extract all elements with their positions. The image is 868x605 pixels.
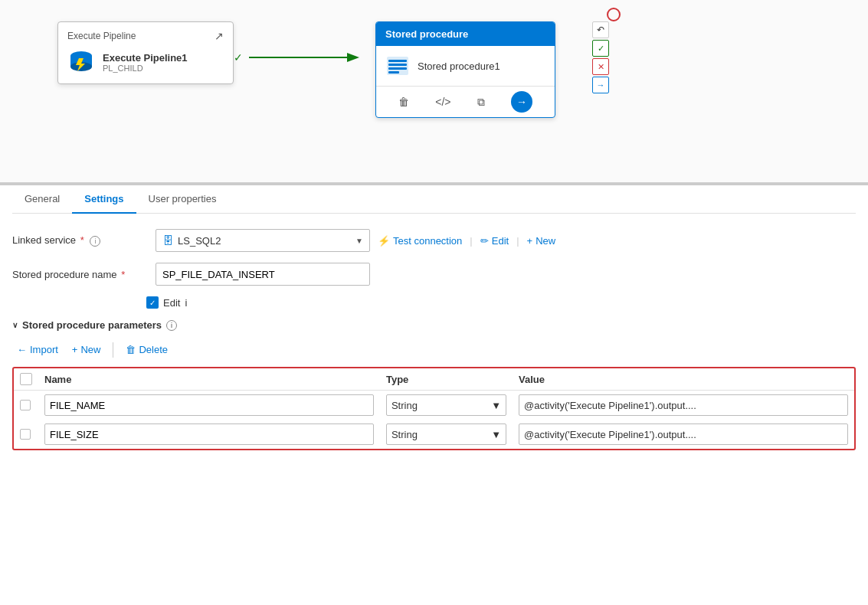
sp-params-label: Stored procedure parameters [22, 319, 162, 331]
linked-service-controls: 🗄 LS_SQL2 ▼ ⚡ Test connection | ✏ Edit |… [156, 229, 856, 252]
params-table: Name Type Value String [14, 368, 854, 449]
svg-rect-9 [388, 67, 407, 70]
row2-name-cell [38, 420, 380, 449]
edit-checkbox[interactable]: ✓ [146, 296, 159, 309]
edit-icon: ✏ [480, 235, 489, 247]
edit-checkbox-row: ✓ Edit i [146, 296, 856, 309]
sp-node-body: Stored procedure1 [376, 46, 555, 86]
tab-settings[interactable]: Settings [72, 185, 136, 214]
svg-rect-8 [388, 64, 407, 66]
row2-type-chevron: ▼ [491, 429, 501, 440]
pipeline-node-info: Execute Pipeline1 PL_CHILD [103, 52, 188, 73]
edit-info-icon[interactable]: i [185, 297, 187, 309]
sp-node-footer: 🗑 </> ⧉ → [376, 86, 555, 117]
row2-name-input[interactable] [44, 424, 374, 445]
chevron-icon[interactable]: ∨ [12, 321, 18, 329]
pipeline-node-name: Execute Pipeline1 [103, 52, 188, 64]
col-value-header: Value [513, 368, 854, 391]
linked-service-dropdown[interactable]: 🗄 LS_SQL2 ▼ [156, 229, 370, 252]
sp-name-row: Stored procedure name * [12, 263, 856, 286]
execute-pipeline-node[interactable]: Execute Pipeline ↗ Execute Pipeline1 PL_… [57, 21, 234, 84]
row1-name-input[interactable] [44, 394, 374, 416]
row1-type-chevron: ▼ [491, 400, 501, 411]
code-icon[interactable]: </> [435, 96, 450, 108]
import-button[interactable]: ← Import [12, 342, 63, 358]
svg-text:✓: ✓ [234, 51, 243, 64]
col-name-header: Name [38, 368, 380, 391]
delete-param-icon: 🗑 [126, 344, 136, 355]
header-checkbox[interactable] [20, 373, 32, 385]
sp-params-info-icon[interactable]: i [166, 320, 177, 331]
sp-name-input[interactable] [156, 263, 370, 286]
svg-rect-10 [388, 71, 399, 74]
tab-general[interactable]: General [12, 185, 72, 214]
db-icon: 🗄 [162, 234, 173, 247]
dropdown-chevron: ▼ [355, 237, 363, 245]
row1-name-cell [38, 391, 380, 420]
col-type-header: Type [380, 368, 513, 391]
pipeline-node-body: Execute Pipeline1 PL_CHILD [67, 48, 224, 76]
connector-arrow: ✓ [234, 38, 387, 84]
undo-button[interactable]: ↶ [592, 21, 609, 38]
sp-node-icon [385, 54, 410, 78]
row2-value-input[interactable] [519, 424, 848, 445]
header-checkbox-cell [14, 368, 38, 391]
new-linked-service-button[interactable]: + New [527, 235, 556, 247]
pipeline-node-header: Execute Pipeline ↗ [67, 30, 224, 42]
table-row: String ▼ [14, 420, 854, 449]
row1-value-cell [513, 391, 854, 420]
delete-param-button[interactable]: 🗑 Delete [121, 342, 172, 358]
settings-panel: General Settings User properties Linked … [0, 185, 868, 450]
toolbar-separator [113, 342, 113, 358]
table-row: String ▼ [14, 391, 854, 420]
edit-checkbox-label: Edit [163, 297, 180, 309]
row2-type-select[interactable]: String ▼ [386, 424, 506, 445]
sp-name-label: Stored procedure name * [12, 269, 146, 280]
linked-service-label: Linked service * i [12, 234, 146, 247]
new-param-icon: + [72, 344, 78, 355]
sp-node-title: Stored procedure1 [418, 60, 500, 72]
row2-checkbox-cell [14, 420, 38, 449]
linked-service-info-icon[interactable]: i [90, 236, 100, 247]
linked-service-actions: ⚡ Test connection | ✏ Edit | + New [378, 235, 555, 247]
svg-rect-7 [388, 60, 407, 62]
edit-linked-service-button[interactable]: ✏ Edit [480, 235, 509, 247]
canvas-area: Execute Pipeline ↗ Execute Pipeline1 PL_… [0, 0, 868, 184]
complete-button[interactable]: → [592, 77, 609, 93]
sp-node-header: Stored procedure [376, 22, 555, 46]
test-connection-icon: ⚡ [378, 235, 390, 247]
copy-icon[interactable]: ⧉ [477, 96, 485, 109]
fail-button[interactable]: ✕ [592, 58, 609, 75]
pipeline-node-subtitle: PL_CHILD [103, 64, 188, 73]
go-button[interactable]: → [511, 91, 532, 113]
tab-user-properties[interactable]: User properties [136, 185, 229, 214]
row2-checkbox[interactable] [20, 429, 31, 440]
row1-checkbox-cell [14, 391, 38, 420]
pipeline-node-title: Execute Pipeline [67, 31, 136, 41]
tab-bar: General Settings User properties [12, 185, 856, 214]
pipeline-node-icon [67, 48, 95, 76]
linked-service-row: Linked service * i 🗄 LS_SQL2 ▼ ⚡ Test co… [12, 229, 856, 252]
sp-side-actions: ↶ ✓ ✕ → [592, 21, 609, 93]
success-button[interactable]: ✓ [592, 40, 609, 57]
error-indicator [607, 8, 621, 21]
sp-params-section-header: ∨ Stored procedure parameters i [12, 319, 856, 331]
row2-value-cell [513, 420, 854, 449]
stored-procedure-node[interactable]: Stored procedure Stored procedure1 🗑 </>… [375, 21, 555, 118]
row1-type-select[interactable]: String ▼ [386, 394, 506, 416]
sp-name-control [156, 263, 856, 286]
new-param-button[interactable]: + New [67, 342, 106, 358]
test-connection-button[interactable]: ⚡ Test connection [378, 235, 462, 247]
row1-value-input[interactable] [519, 394, 848, 416]
external-link-icon[interactable]: ↗ [215, 30, 224, 42]
row1-type-cell: String ▼ [380, 391, 513, 420]
params-table-container: Name Type Value String [12, 367, 856, 450]
plus-icon: + [527, 235, 533, 247]
delete-icon[interactable]: 🗑 [398, 96, 409, 108]
row2-type-cell: String ▼ [380, 420, 513, 449]
sp-params-toolbar: ← Import + New 🗑 Delete [12, 342, 856, 358]
row1-checkbox[interactable] [20, 400, 31, 410]
import-icon: ← [17, 344, 27, 355]
